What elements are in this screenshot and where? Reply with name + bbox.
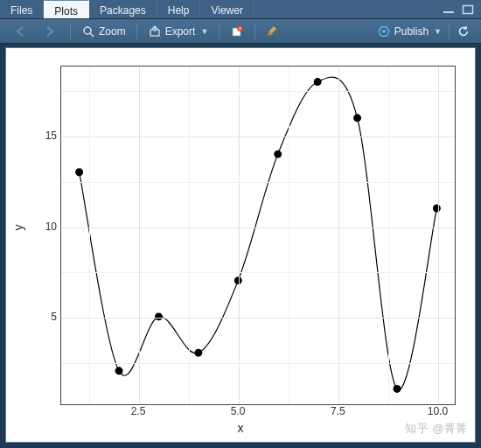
plot-panel — [60, 66, 456, 405]
data-point — [274, 150, 282, 158]
publish-label: Publish — [394, 25, 429, 38]
x-tick-label: 2.5 — [131, 405, 146, 417]
zoom-button[interactable]: Zoom — [76, 23, 131, 40]
y-tick-label: 5 — [39, 311, 57, 323]
chevron-down-icon: ▼ — [200, 27, 208, 36]
data-point — [433, 205, 441, 213]
data-point — [75, 168, 83, 176]
refresh-button[interactable] — [451, 23, 476, 40]
export-label: Export — [165, 25, 196, 38]
x-axis-label: x — [6, 421, 475, 435]
svg-point-2 — [84, 27, 91, 34]
remove-plot-icon — [230, 24, 244, 38]
zoom-icon — [81, 24, 95, 38]
pane-tab-strip: Files Plots Packages Help Viewer — [0, 0, 481, 19]
svg-rect-0 — [443, 11, 454, 13]
export-icon — [148, 24, 162, 38]
data-point — [194, 349, 202, 357]
line-series — [80, 77, 437, 389]
plot-frame: y x 知乎 @菁菁 2.55.07.510.051015 — [5, 47, 476, 443]
data-point — [115, 367, 123, 374]
data-point — [353, 114, 361, 122]
broom-icon — [266, 24, 280, 38]
svg-line-3 — [90, 33, 94, 37]
refresh-icon — [457, 24, 471, 38]
tab-help[interactable]: Help — [157, 0, 201, 18]
y-tick-label: 10 — [39, 220, 57, 233]
tab-files[interactable]: Files — [0, 0, 44, 18]
x-tick-label: 10.0 — [428, 405, 448, 417]
data-point — [314, 78, 322, 86]
chevron-down-icon: ▼ — [434, 27, 442, 36]
svg-rect-1 — [464, 5, 473, 13]
zoom-label: Zoom — [99, 25, 126, 38]
plot-svg — [61, 66, 455, 404]
y-axis-label: y — [15, 48, 21, 407]
plots-toolbar: Zoom Export ▼ Publish ▼ — [0, 19, 481, 44]
publish-icon — [377, 24, 391, 38]
arrow-right-icon — [42, 24, 56, 38]
data-point — [155, 312, 163, 320]
tab-packages[interactable]: Packages — [89, 0, 157, 18]
remove-plot-button[interactable] — [225, 23, 249, 40]
tab-viewer[interactable]: Viewer — [200, 0, 254, 18]
maximize-pane-icon[interactable] — [460, 4, 476, 16]
publish-button[interactable]: Publish ▼ — [372, 23, 447, 40]
export-button[interactable]: Export ▼ — [143, 23, 214, 40]
forward-button[interactable] — [37, 23, 61, 40]
x-tick-label: 5.0 — [231, 405, 246, 417]
y-tick-label: 15 — [39, 130, 57, 142]
tab-plots[interactable]: Plots — [44, 0, 89, 18]
x-tick-label: 7.5 — [331, 405, 345, 417]
clear-plots-button[interactable] — [261, 23, 285, 40]
back-button[interactable] — [9, 23, 33, 40]
svg-point-8 — [382, 30, 386, 33]
data-point — [393, 385, 401, 393]
minimize-pane-icon[interactable] — [441, 4, 457, 16]
arrow-left-icon — [14, 24, 28, 38]
